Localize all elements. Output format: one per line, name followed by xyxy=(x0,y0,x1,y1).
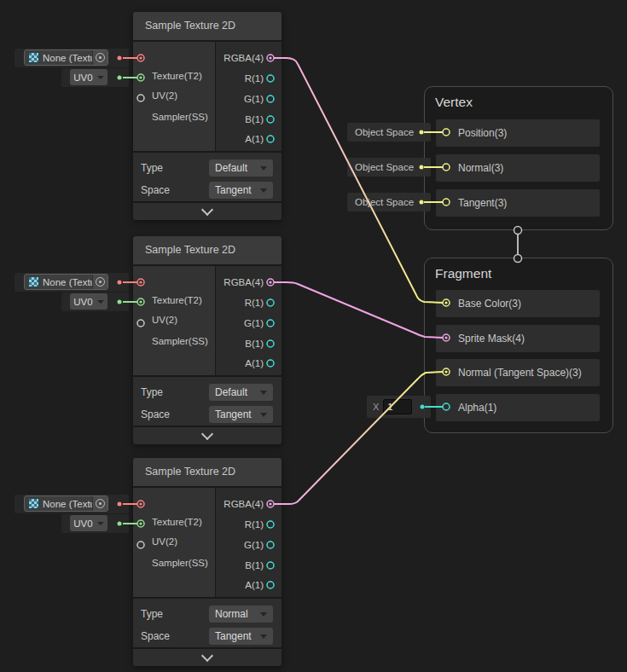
texture-slot-widget: None (Textu xyxy=(15,495,129,513)
sample-texture-2d-node-2[interactable]: Sample Texture 2D Texture(T2) UV(2) Samp… xyxy=(133,236,282,444)
object-picker-icon[interactable] xyxy=(92,275,107,289)
row-label: Normal (Tangent Space)(3) xyxy=(458,359,582,386)
node-title[interactable]: Sample Texture 2D xyxy=(133,12,282,40)
space-dropdown[interactable]: Tangent xyxy=(209,628,273,645)
input-label-sampler: Sampler(SS) xyxy=(152,110,208,124)
texture-field-value: None (Textu xyxy=(43,53,92,63)
input-label-sampler: Sampler(SS) xyxy=(152,556,208,570)
node-title[interactable]: Sample Texture 2D xyxy=(133,458,282,486)
node-title[interactable]: Sample Texture 2D xyxy=(133,236,282,264)
uv-channel-value: UV0 xyxy=(73,72,92,83)
uv-channel-dropdown[interactable]: UV0 xyxy=(70,515,107,531)
space-value: Tangent xyxy=(215,408,252,420)
wire-rgba3-to-normal-ts[interactable] xyxy=(270,372,443,504)
collapse-toggle[interactable] xyxy=(133,203,282,220)
output-label-a: A(1) xyxy=(245,356,264,370)
texture-thumbnail-icon xyxy=(28,276,39,287)
space-label: Space xyxy=(141,628,170,645)
chevron-down-icon xyxy=(201,427,213,439)
space-value: Tangent xyxy=(215,630,252,642)
texture-thumbnail-icon xyxy=(28,52,39,63)
type-value: Default xyxy=(215,162,247,174)
node-controls: Type Default Space Tangent xyxy=(133,153,282,201)
position-space-dropdown[interactable]: Object Space xyxy=(347,123,431,142)
dropdown-arrow-icon xyxy=(260,166,267,171)
texture-field-value: None (Textu xyxy=(43,277,92,287)
row-label: Tangent(3) xyxy=(458,189,507,217)
fragment-row-sprite-mask[interactable]: Sprite Mask(4) xyxy=(436,325,600,352)
wire-rgba1-to-base-color[interactable] xyxy=(270,58,443,303)
node-input-panel: Texture(T2) UV(2) Sampler(SS) xyxy=(133,42,215,151)
fragment-title: Fragment xyxy=(435,266,491,281)
vertex-row-position[interactable]: Position(3) xyxy=(436,119,600,147)
fragment-row-normal-ts[interactable]: Normal (Tangent Space)(3) xyxy=(436,359,600,386)
output-label-rgba: RGBA(4) xyxy=(224,497,264,511)
shader-graph-canvas[interactable]: Sample Texture 2D Texture(T2) UV(2) Samp… xyxy=(0,0,627,672)
row-label: Alpha(1) xyxy=(458,394,496,421)
texture-field-value: None (Textu xyxy=(43,499,92,509)
object-picker-icon[interactable] xyxy=(92,496,107,511)
uv-channel-dropdown[interactable]: UV0 xyxy=(70,69,107,85)
type-label: Type xyxy=(141,605,163,623)
dropdown-arrow-icon xyxy=(97,76,104,79)
uv-slot-widget: UV0 xyxy=(61,514,129,533)
output-label-r: R(1) xyxy=(245,518,264,531)
space-dropdown[interactable]: Tangent xyxy=(209,182,273,199)
fragment-row-base-color[interactable]: Base Color(3) xyxy=(436,290,600,317)
dropdown-arrow-icon xyxy=(97,522,104,525)
output-label-r: R(1) xyxy=(245,72,264,85)
node-controls: Type Default Space Tangent xyxy=(133,377,282,426)
object-picker-icon[interactable] xyxy=(92,50,107,65)
fragment-context-block[interactable]: Fragment Base Color(3) Sprite Mask(4) No… xyxy=(424,258,613,433)
node-input-panel: Texture(T2) UV(2) Sampler(SS) xyxy=(133,266,215,375)
normal-space-dropdown[interactable]: Object Space xyxy=(347,158,431,177)
sample-texture-2d-node-3[interactable]: Sample Texture 2D Texture(T2) UV(2) Samp… xyxy=(133,458,282,666)
chevron-down-icon xyxy=(201,203,213,215)
input-label-uv: UV(2) xyxy=(152,535,177,548)
node-controls: Type Normal Space Tangent xyxy=(133,599,282,647)
output-label-g: G(1) xyxy=(244,316,264,330)
vertex-context-block[interactable]: Vertex Position(3) Normal(3) Tangent(3) xyxy=(424,86,613,230)
type-dropdown[interactable]: Normal xyxy=(209,605,273,623)
dropdown-arrow-icon xyxy=(97,300,104,304)
input-label-texture: Texture(T2) xyxy=(152,69,202,83)
texture-object-field[interactable]: None (Textu xyxy=(24,495,108,512)
x-component-label: X xyxy=(373,402,379,412)
space-label: Space xyxy=(141,182,170,199)
uv-channel-dropdown[interactable]: UV0 xyxy=(70,293,107,310)
row-label: Normal(3) xyxy=(458,154,503,182)
type-dropdown[interactable]: Default xyxy=(209,159,273,177)
output-label-r: R(1) xyxy=(245,296,264,310)
texture-object-field[interactable]: None (Textu xyxy=(24,274,108,290)
node-output-panel: RGBA(4) R(1) G(1) B(1) A(1) xyxy=(216,42,282,151)
fragment-row-alpha[interactable]: Alpha(1) xyxy=(436,394,600,421)
vertex-title: Vertex xyxy=(435,95,473,110)
vertex-row-normal[interactable]: Normal(3) xyxy=(436,154,600,182)
output-label-g: G(1) xyxy=(244,538,264,552)
type-label: Type xyxy=(141,159,163,177)
chevron-down-icon xyxy=(201,649,213,661)
wire-rgba2-to-sprite-mask[interactable] xyxy=(270,282,443,338)
type-label: Type xyxy=(141,384,163,401)
vertex-row-tangent[interactable]: Tangent(3) xyxy=(436,189,600,217)
tangent-space-dropdown[interactable]: Object Space xyxy=(347,193,431,211)
dropdown-arrow-icon xyxy=(260,413,267,417)
row-label: Sprite Mask(4) xyxy=(458,325,525,352)
alpha-value-input[interactable] xyxy=(383,399,412,414)
output-label-b: B(1) xyxy=(245,337,264,350)
sample-texture-2d-node-1[interactable]: Sample Texture 2D Texture(T2) UV(2) Samp… xyxy=(133,12,282,220)
dropdown-arrow-icon xyxy=(260,391,267,395)
texture-slot-widget: None (Textu xyxy=(15,49,129,67)
output-label-a: A(1) xyxy=(245,132,264,146)
collapse-toggle[interactable] xyxy=(133,649,282,666)
output-label-rgba: RGBA(4) xyxy=(224,275,264,289)
uv-channel-value: UV0 xyxy=(73,297,92,307)
space-dropdown[interactable]: Tangent xyxy=(209,406,273,423)
type-value: Normal xyxy=(215,608,248,620)
output-label-rgba: RGBA(4) xyxy=(224,51,264,65)
texture-object-field[interactable]: None (Textu xyxy=(24,49,108,66)
dropdown-arrow-icon xyxy=(260,612,267,617)
type-dropdown[interactable]: Default xyxy=(209,384,273,401)
input-label-sampler: Sampler(SS) xyxy=(152,334,208,348)
collapse-toggle[interactable] xyxy=(133,427,282,444)
